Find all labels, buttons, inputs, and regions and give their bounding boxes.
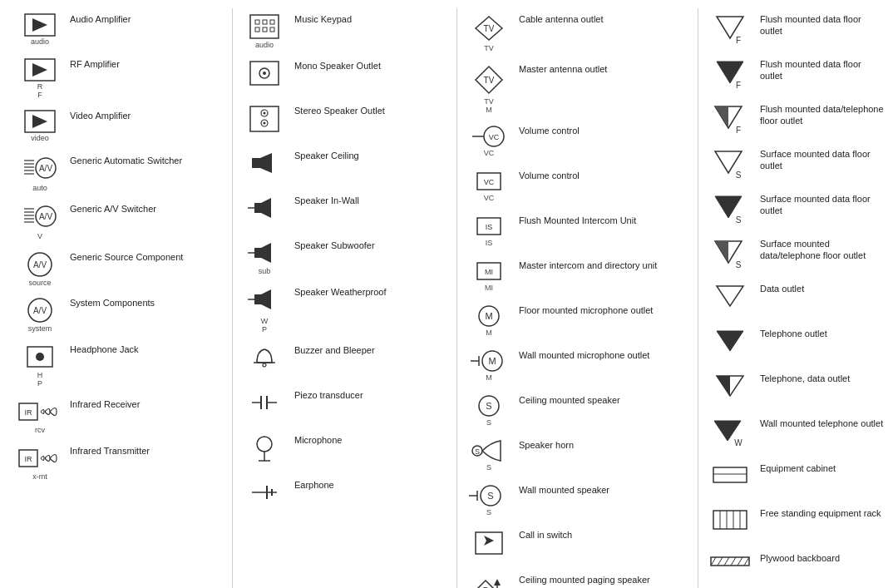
ir-receiver-icon: IR bbox=[18, 398, 62, 425]
svg-rect-51 bbox=[254, 248, 261, 258]
piezo-icon bbox=[249, 389, 280, 416]
item-label: Wall mounted microphone outlet bbox=[516, 348, 649, 361]
icon-wrap bbox=[703, 551, 757, 569]
svg-text:IR: IR bbox=[25, 455, 33, 463]
svg-text:A/V: A/V bbox=[39, 212, 52, 221]
icon-wrap: RF bbox=[13, 57, 67, 100]
svg-marker-126 bbox=[717, 331, 743, 351]
item-label: Speaker horn bbox=[516, 437, 574, 451]
svg-rect-36 bbox=[270, 27, 274, 32]
item-label: Generic Source Component bbox=[67, 250, 183, 263]
wall-speaker-icon: S bbox=[467, 484, 511, 507]
master-antenna-icon: TV bbox=[471, 63, 507, 96]
item-label: Wall mounted speaker bbox=[516, 482, 609, 496]
list-item: S S Speaker horn bbox=[462, 437, 693, 474]
list-item: TV TVM Master antenna outlet bbox=[462, 62, 693, 115]
icon-wrap bbox=[238, 148, 291, 178]
icon-wrap: F bbox=[703, 57, 757, 88]
svg-point-39 bbox=[263, 72, 266, 75]
item-label: Volume control bbox=[516, 168, 580, 181]
svg-text:S: S bbox=[736, 215, 742, 223]
speaker-subwoofer-icon bbox=[246, 240, 283, 266]
stereo-speaker-icon bbox=[249, 105, 280, 133]
list-item: Mono Speaker Outlet bbox=[238, 58, 451, 95]
item-label: Master intercom and directory unit bbox=[516, 258, 657, 271]
svg-text:W: W bbox=[734, 438, 742, 447]
icon-wrap: TV TVM bbox=[462, 62, 516, 115]
svg-text:S: S bbox=[736, 260, 742, 268]
icon-wrap: S bbox=[703, 191, 757, 223]
list-item: video Video Amplifier bbox=[13, 108, 227, 145]
list-item: Telephone outlet bbox=[703, 326, 885, 363]
item-label: Speaker Ceiling bbox=[291, 148, 359, 161]
list-item: Stereo Speaker Outlet bbox=[238, 103, 451, 140]
svg-rect-34 bbox=[255, 27, 259, 32]
svg-point-44 bbox=[264, 121, 266, 124]
volume-control-box-icon: VC bbox=[471, 170, 507, 193]
svg-marker-97 bbox=[484, 536, 494, 546]
icon-wrap bbox=[703, 371, 757, 399]
icon-wrap: VC VC bbox=[462, 123, 516, 158]
svg-line-142 bbox=[731, 557, 736, 566]
item-label: Speaker Subwoofer bbox=[291, 238, 375, 251]
speaker-weatherproof-icon bbox=[246, 286, 283, 316]
flush-data-outline-icon: F bbox=[713, 13, 747, 43]
item-label: Surface mounted data floor outlet bbox=[757, 191, 885, 217]
icon-wrap bbox=[703, 326, 757, 354]
svg-text:A/V: A/V bbox=[33, 260, 47, 269]
surface-data-outline-icon: S bbox=[712, 148, 748, 178]
icon-wrap: A/V system bbox=[13, 295, 67, 334]
item-label: RF Amplifier bbox=[67, 57, 120, 70]
svg-marker-5 bbox=[32, 115, 47, 128]
cable-antenna-icon: TV bbox=[471, 13, 507, 43]
item-label: Telephone outlet bbox=[757, 326, 827, 339]
svg-text:TV: TV bbox=[484, 24, 495, 33]
item-label: Piezo transducer bbox=[291, 388, 363, 401]
svg-rect-33 bbox=[270, 20, 274, 24]
item-label: Free standing equipment rack bbox=[757, 506, 881, 519]
icon-wrap bbox=[238, 193, 291, 223]
svg-line-143 bbox=[738, 557, 742, 566]
item-label: Music Keypad bbox=[291, 12, 352, 25]
icon-wrap: F bbox=[703, 12, 757, 43]
list-item: IR x-mt Infrared Transmitter bbox=[13, 443, 227, 482]
svg-line-144 bbox=[744, 557, 749, 566]
floor-mic-icon: M bbox=[471, 304, 507, 328]
item-label: Wall mounted telephone outlet bbox=[757, 416, 883, 429]
svg-rect-45 bbox=[252, 158, 260, 168]
svg-marker-52 bbox=[261, 243, 271, 263]
icon-wrap: audio bbox=[13, 12, 67, 47]
column-3: TV TV Cable antenna outlet TV TVM Master… bbox=[457, 8, 698, 588]
svg-text:F: F bbox=[736, 81, 741, 88]
svg-text:M: M bbox=[488, 356, 496, 366]
svg-rect-31 bbox=[255, 20, 259, 24]
list-item: Telephone, data outlet bbox=[703, 371, 885, 408]
list-item: sub Speaker Subwoofer bbox=[238, 238, 451, 276]
surface-data-phone-icon: S bbox=[712, 238, 748, 268]
list-item: A/V system System Components bbox=[13, 295, 227, 334]
svg-text:VC: VC bbox=[489, 133, 500, 141]
wall-telephone-outlet-icon: W bbox=[712, 418, 748, 447]
surface-data-filled-icon: S bbox=[712, 193, 748, 223]
mono-speaker-icon bbox=[249, 60, 280, 86]
icon-wrap bbox=[238, 388, 291, 418]
svg-rect-133 bbox=[713, 511, 747, 529]
svg-text:S: S bbox=[475, 447, 480, 456]
list-item: A/V source Generic Source Component bbox=[13, 250, 227, 288]
icon-wrap: A/V auto bbox=[13, 153, 67, 193]
list-item: W Wall mounted telephone outlet bbox=[703, 416, 885, 452]
flush-data-filled-icon: F bbox=[713, 58, 747, 88]
flush-intercom-icon: IS bbox=[471, 215, 507, 238]
svg-text:MI: MI bbox=[485, 268, 493, 276]
list-item: S Surface mounted data/telephone floor o… bbox=[703, 236, 885, 273]
list-item: Equipment cabinet bbox=[703, 461, 885, 497]
item-label: Flush Mounted Intercom Unit bbox=[516, 213, 636, 226]
item-label: Video Amplifier bbox=[67, 108, 131, 121]
svg-text:S: S bbox=[486, 401, 491, 411]
item-label: Infrared Receiver bbox=[67, 397, 140, 410]
icon-wrap bbox=[703, 506, 757, 532]
svg-point-62 bbox=[257, 437, 272, 452]
list-item: F Flush mounted data floor outlet bbox=[703, 57, 885, 93]
wall-mic-icon: M bbox=[469, 349, 509, 373]
list-item: audio Music Keypad bbox=[238, 12, 451, 50]
